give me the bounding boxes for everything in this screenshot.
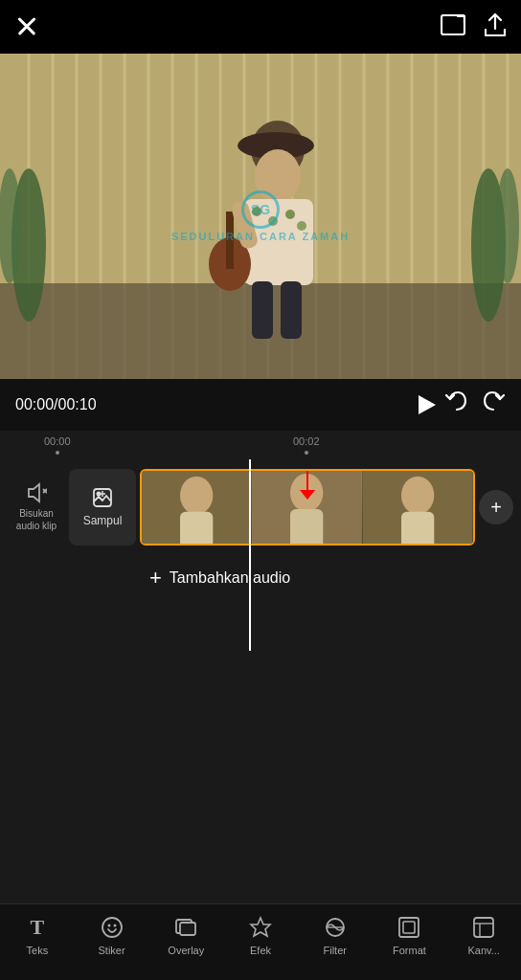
ruler-mark-1: 00:02 [293, 435, 320, 455]
svg-rect-66 [399, 918, 419, 937]
mute-icon [26, 482, 47, 503]
close-icon [15, 13, 38, 36]
efek-icon [249, 916, 272, 939]
export-button[interactable] [485, 12, 506, 41]
ruler-mark-0: 00:00 [44, 435, 71, 455]
svg-point-34 [268, 216, 278, 226]
video-preview [0, 54, 521, 379]
cover-button[interactable]: Sampul [69, 469, 136, 546]
strip-frame-2 [252, 471, 362, 544]
video-background [0, 54, 521, 379]
playhead [249, 459, 251, 651]
top-bar [0, 0, 521, 54]
cover-label: Sampul [83, 514, 123, 527]
clips-row: Bisukanaudio klip Sampul [0, 459, 521, 555]
video-scene [0, 54, 521, 379]
svg-point-31 [255, 149, 301, 203]
format-label: Format [393, 945, 426, 956]
overlay-icon [174, 916, 197, 939]
mute-button[interactable]: Bisukanaudio klip [8, 482, 65, 532]
close-button[interactable] [15, 13, 38, 40]
timeline-ruler: 00:00 00:02 [0, 431, 521, 459]
svg-point-60 [113, 924, 116, 927]
mute-label: Bisukanaudio klip [16, 507, 57, 532]
svg-point-53 [290, 474, 323, 512]
svg-point-28 [496, 168, 519, 283]
kanvas-label: Kanv... [467, 945, 499, 956]
redo-button[interactable] [481, 390, 506, 419]
undo-button[interactable] [444, 390, 469, 419]
expand-icon [441, 14, 465, 35]
svg-point-56 [401, 477, 434, 515]
timeline-area: Bisukanaudio klip Sampul [0, 459, 521, 651]
ruler-track: 00:00 00:02 [15, 431, 506, 459]
fullscreen-button[interactable] [441, 14, 465, 39]
ruler-dot-0 [56, 451, 59, 455]
efek-label: Efek [250, 945, 271, 956]
svg-rect-68 [474, 918, 493, 937]
teks-icon: T [26, 916, 49, 939]
toolbar-item-efek[interactable]: Efek [223, 916, 298, 956]
svg-marker-63 [251, 918, 270, 936]
add-audio-label: Tambahkan audio [170, 569, 290, 587]
filter-label: Filter [324, 945, 347, 956]
svg-rect-38 [226, 212, 234, 269]
strip-frame-1 [142, 471, 252, 544]
svg-rect-67 [403, 922, 415, 933]
svg-rect-51 [180, 512, 213, 546]
add-audio-row[interactable]: + Tambahkan audio [134, 555, 521, 601]
timeline-controls: 00:00/00:10 [0, 379, 521, 431]
video-strip[interactable] [140, 469, 475, 546]
overlay-label: Overlay [168, 945, 204, 956]
add-clip-button[interactable]: + [479, 490, 513, 524]
filter-icon [324, 916, 347, 939]
svg-rect-41 [281, 281, 302, 339]
svg-rect-57 [401, 512, 434, 546]
toolbar-item-format[interactable]: Format [373, 916, 447, 956]
play-button[interactable] [406, 386, 444, 424]
add-audio-plus-icon: + [149, 566, 162, 590]
svg-rect-62 [180, 923, 195, 935]
teks-label: Teks [27, 945, 49, 956]
format-icon [397, 916, 420, 939]
cover-icon [92, 487, 113, 508]
redo-icon [481, 390, 506, 415]
toolbar-item-filter[interactable]: Filter [298, 916, 373, 956]
toolbar-item-stiker[interactable]: Stiker [75, 916, 149, 956]
svg-rect-40 [252, 281, 273, 339]
undo-icon [444, 390, 469, 415]
ruler-dot-1 [305, 451, 308, 455]
strip-frame-3 [363, 471, 473, 544]
svg-point-58 [102, 918, 122, 937]
svg-point-50 [180, 477, 213, 515]
svg-point-59 [107, 924, 110, 927]
svg-rect-0 [442, 15, 464, 34]
stiker-label: Stiker [99, 945, 125, 956]
toolbar-item-kanvas[interactable]: Kanv... [446, 916, 521, 956]
stiker-icon [101, 916, 124, 939]
svg-point-35 [285, 210, 295, 219]
kanvas-icon [472, 916, 495, 939]
export-icon [485, 12, 506, 37]
svg-point-36 [297, 221, 306, 231]
toolbar-item-overlay[interactable]: Overlay [148, 916, 223, 956]
control-buttons [444, 390, 506, 419]
bottom-toolbar: T Teks Stiker Overlay [0, 903, 521, 980]
svg-rect-54 [290, 509, 323, 546]
top-bar-actions [441, 12, 506, 41]
svg-point-33 [252, 207, 261, 216]
toolbar-item-teks[interactable]: T Teks [0, 916, 75, 956]
svg-marker-42 [29, 484, 39, 501]
time-display: 00:00/00:10 [15, 396, 406, 413]
play-icon [419, 395, 436, 414]
